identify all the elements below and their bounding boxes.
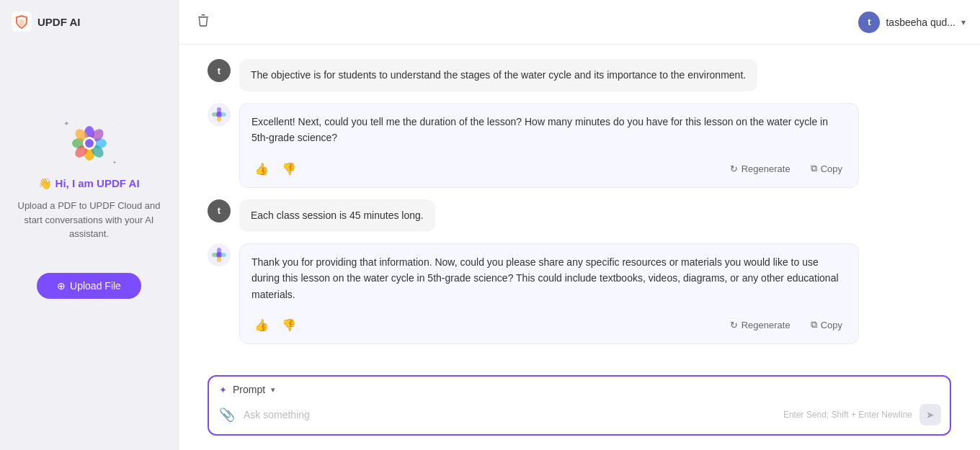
chat-input[interactable] xyxy=(244,406,776,423)
hi-text: 👋 Hi, I am UPDF AI xyxy=(38,177,139,190)
svg-point-21 xyxy=(217,256,221,262)
flower-icon xyxy=(71,125,108,162)
attach-button[interactable]: 📎 xyxy=(218,405,236,424)
message-row: Thank you for providing that information… xyxy=(208,243,951,344)
sparkle-icon: ✦ xyxy=(219,384,227,395)
copy-icon: ⧉ xyxy=(811,319,817,330)
input-toolbar: ✦ Prompt ▾ xyxy=(209,377,950,400)
ai-message-bubble: Excellent! Next, could you tell me the d… xyxy=(239,103,859,188)
ai-avatar xyxy=(208,103,231,126)
ai-avatar xyxy=(208,243,231,266)
sparkle-icon-1: ✦ xyxy=(63,120,69,127)
message-row: t The objective is for students to under… xyxy=(208,59,951,91)
svg-point-22 xyxy=(212,253,218,257)
sparkle-icon-2: · xyxy=(112,118,113,125)
main-header: t tasbeeha qud... ▾ xyxy=(179,0,980,45)
message-row: Excellent! Next, could you tell me the d… xyxy=(208,103,951,188)
sidebar: UPDF AI ✦ · ✦ 👋 Hi, I xyxy=(0,0,179,450)
prompt-dropdown-icon: ▾ xyxy=(271,385,275,395)
svg-point-14 xyxy=(217,107,221,113)
left-action-group: 👍 👎 xyxy=(251,317,299,333)
svg-point-19 xyxy=(217,248,221,253)
regenerate-icon: ↻ xyxy=(730,163,738,174)
logo-area: UPDF AI xyxy=(0,12,80,32)
regenerate-label: Regenerate xyxy=(741,163,790,174)
ai-logo-icon xyxy=(212,248,226,262)
upload-button-label: Upload File xyxy=(70,280,121,292)
right-action-group: ↻ Regenerate ⧉ Copy xyxy=(726,318,847,332)
like-button[interactable]: 👍 xyxy=(251,161,272,177)
avatar: t xyxy=(208,199,231,222)
copy-label: Copy xyxy=(821,320,842,330)
message-row: t Each class session is 45 minutes long. xyxy=(208,199,951,232)
regenerate-label: Regenerate xyxy=(741,320,790,330)
input-hint: Enter Send; Shift + Enter Newline xyxy=(783,410,912,420)
svg-point-16 xyxy=(217,116,221,122)
avatar: t xyxy=(208,59,231,82)
regenerate-button[interactable]: ↻ Regenerate xyxy=(726,318,795,332)
message-actions: 👍 👎 ↻ Regenerate ⧉ Copy xyxy=(251,311,847,333)
user-menu[interactable]: t tasbeeha qud... ▾ xyxy=(858,12,966,33)
sidebar-description: Upload a PDF to UPDF Cloud and start con… xyxy=(0,199,178,241)
copy-icon: ⧉ xyxy=(811,163,817,174)
sparkle-icon-3: ✦ xyxy=(112,160,117,166)
right-action-group: ↻ Regenerate ⧉ Copy xyxy=(726,161,847,176)
user-name: tasbeeha qud... xyxy=(886,17,956,28)
like-button[interactable]: 👍 xyxy=(251,317,272,333)
regenerate-icon: ↻ xyxy=(730,320,738,330)
mascot-icon-container: ✦ · ✦ xyxy=(61,118,118,168)
input-row: 📎 Enter Send; Shift + Enter Newline ➤ xyxy=(209,400,950,434)
sparkle-button[interactable]: ✦ xyxy=(219,384,227,395)
svg-point-17 xyxy=(212,112,218,117)
send-button[interactable]: ➤ xyxy=(919,404,941,426)
trash-icon xyxy=(196,13,210,27)
regenerate-button[interactable]: ↻ Regenerate xyxy=(726,161,795,176)
user-message-bubble: Each class session is 45 minutes long. xyxy=(239,199,435,232)
input-area: ✦ Prompt ▾ 📎 Enter Send; Shift + Enter N… xyxy=(179,364,980,450)
user-message-bubble: The objective is for students to underst… xyxy=(239,59,757,91)
send-icon: ➤ xyxy=(926,409,935,420)
logo-text: UPDF AI xyxy=(37,16,80,28)
message-actions: 👍 👎 ↻ Regenerate ⧉ Copy xyxy=(251,155,847,177)
chat-input-box: ✦ Prompt ▾ 📎 Enter Send; Shift + Enter N… xyxy=(208,375,951,436)
svg-rect-11 xyxy=(198,17,208,18)
ai-message-text: Thank you for providing that information… xyxy=(251,254,847,302)
upload-file-button[interactable]: ⊕ Upload File xyxy=(37,273,141,299)
chevron-down-icon: ▾ xyxy=(961,17,966,27)
paperclip-icon: 📎 xyxy=(219,408,235,422)
svg-point-20 xyxy=(220,253,226,257)
ai-message-text: Excellent! Next, could you tell me the d… xyxy=(251,114,847,146)
main-area: t tasbeeha qud... ▾ t The objective is f… xyxy=(179,0,980,450)
ai-message-bubble: Thank you for providing that information… xyxy=(239,243,859,344)
updf-logo-icon xyxy=(12,12,32,32)
copy-button[interactable]: ⧉ Copy xyxy=(806,161,847,176)
copy-button[interactable]: ⧉ Copy xyxy=(806,318,847,332)
prompt-label: Prompt xyxy=(233,384,265,395)
mascot-area: ✦ · ✦ 👋 Hi, I am UPDF AI Upload xyxy=(0,118,178,256)
left-action-group: 👍 👎 xyxy=(251,161,299,177)
chat-area: t The objective is for students to under… xyxy=(179,45,980,364)
user-avatar: t xyxy=(858,12,880,33)
dislike-button[interactable]: 👎 xyxy=(279,161,299,177)
delete-conversation-button[interactable] xyxy=(193,10,213,34)
upload-icon: ⊕ xyxy=(57,280,66,292)
svg-point-15 xyxy=(220,112,226,117)
copy-label: Copy xyxy=(821,163,842,174)
dislike-button[interactable]: 👎 xyxy=(279,317,299,333)
svg-point-10 xyxy=(85,139,94,148)
ai-logo-icon xyxy=(212,107,226,122)
svg-rect-12 xyxy=(202,14,205,16)
